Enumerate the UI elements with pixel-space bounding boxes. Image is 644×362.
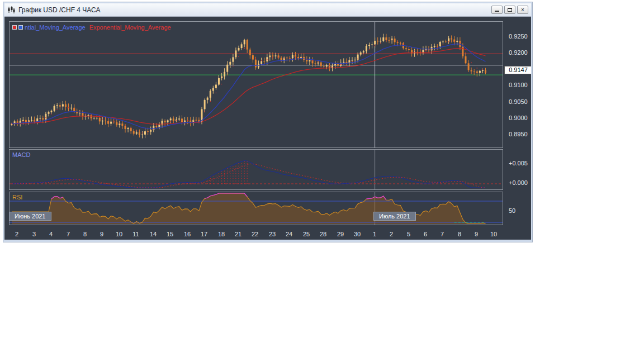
axis-label: 0.9100 [509,82,528,88]
maximize-button[interactable] [504,6,515,14]
window-controls: × [491,6,528,14]
time-axis-label: 10 [490,231,497,237]
axis-label: 50 [509,207,515,214]
axis-label: 0.8950 [509,131,528,137]
minimize-button[interactable] [491,6,503,14]
month-label-june: Июнь 2021 [9,212,51,221]
price-panel[interactable]: ntial_Moving_Average Exponential_Moving_… [9,21,503,148]
legend-swatch-blue[interactable] [18,25,23,30]
time-axis-label: 1 [373,231,376,237]
time-axis-label: 24 [286,231,292,237]
month-label-july: Июль 2021 [373,212,416,221]
close-icon: × [521,7,524,13]
axis-label: 0.9050 [509,98,528,105]
time-axis-label: 22 [252,231,258,237]
macd-label: MACD [12,151,30,158]
price-scale[interactable]: 0.92500.92000.91000.90500.90000.8950+0.0… [504,17,531,240]
close-button[interactable]: × [517,6,528,14]
time-axis-label: 29 [337,231,344,237]
time-axis-label: 14 [150,231,157,237]
macd-panel[interactable]: MACD [9,149,503,190]
minimize-icon [495,8,499,12]
legend-swatch-red[interactable] [12,25,17,30]
legend-ema-fast-label: ntial_Moving_Average [25,24,86,31]
time-axis-label: 7 [441,231,444,237]
axis-label: +0.000 [509,179,528,186]
axis-label: 0.9000 [509,115,528,121]
time-axis-label: 21 [235,231,242,237]
time-axis-label: 18 [218,231,225,237]
chart-app-icon [7,6,15,13]
time-axis-label: 17 [201,231,207,237]
time-axis-label: 15 [167,231,173,237]
axis-label: 0.9250 [509,33,528,40]
time-axis-label: 2 [390,231,393,237]
time-axis-label: 6 [424,231,427,237]
window-title: График USD /CHF 4 ЧАСА [18,6,100,14]
time-axis-label: 9 [475,231,478,237]
chart-window: График USD /CHF 4 ЧАСА × ntial_Moving_Av… [3,2,532,242]
time-axis-label: 25 [303,231,310,237]
time-axis-label: 2 [15,231,18,237]
axis-label: 0.9200 [509,49,528,56]
legend-ema-slow-label: Exponential_Moving_Average [89,24,171,31]
time-axis-label: 23 [269,231,276,237]
time-axis[interactable]: 2347891011141516171821222324252829301256… [4,227,508,240]
time-axis-label: 7 [67,231,70,237]
time-axis-label: 16 [184,231,191,237]
indicator-legend: ntial_Moving_Average Exponential_Moving_… [12,24,171,31]
time-axis-label: 4 [49,231,53,237]
rsi-label: RSI [12,194,22,201]
time-axis-label: 3 [32,231,36,237]
time-axis-label: 10 [116,231,122,237]
maximize-icon [508,8,512,12]
time-axis-label: 11 [132,231,139,237]
time-axis-label: 28 [320,231,326,237]
time-axis-label: 8 [458,231,461,237]
title-bar[interactable]: График USD /CHF 4 ЧАСА × [4,3,531,17]
current-price-box: 0.9147 [504,66,531,74]
rsi-panel[interactable]: RSI [9,192,503,225]
axis-label: +0.005 [509,160,528,166]
time-axis-label: 5 [407,231,410,237]
chart-client-area: ntial_Moving_Average Exponential_Moving_… [4,17,531,240]
time-axis-label: 30 [354,231,361,237]
time-axis-label: 8 [83,231,87,237]
time-axis-label: 9 [100,231,103,237]
